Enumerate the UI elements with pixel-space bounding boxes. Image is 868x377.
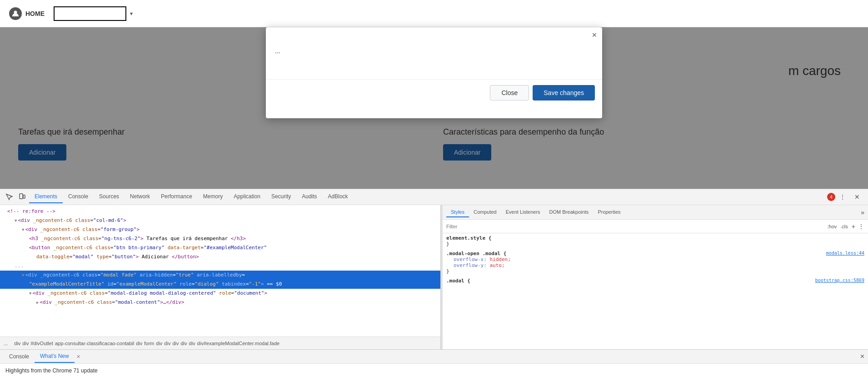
- tab-dom-breakpoints[interactable]: DOM Breakpoints: [545, 207, 594, 217]
- dom-line[interactable]: <button _ngcontent-c6 class="btn btn-pri…: [0, 243, 440, 252]
- dom-line-highlighted[interactable]: ▼<div _ngcontent-c6 class="modal fade" a…: [0, 271, 440, 280]
- style-close-brace: }: [446, 268, 449, 274]
- tab-computed[interactable]: Computed: [469, 207, 501, 217]
- tab-console[interactable]: Console: [63, 191, 94, 203]
- breadcrumb-div6[interactable]: div: [172, 341, 179, 346]
- tab-audits[interactable]: Audits: [296, 191, 322, 203]
- tab-event-listeners[interactable]: Event Listeners: [501, 207, 545, 217]
- breadcrumb-div4[interactable]: div: [156, 341, 162, 346]
- dom-line[interactable]: <!-- re:fore -->: [0, 207, 440, 216]
- breadcrumb-div3[interactable]: div: [136, 341, 142, 346]
- drawer-content: Highlights from the Chrome 71 update: [0, 363, 868, 377]
- breadcrumb-div7[interactable]: div: [180, 341, 187, 346]
- style-selector: .modal-open .modal {: [446, 251, 506, 256]
- top-nav: HOME ▾: [0, 0, 868, 27]
- search-input[interactable]: [54, 6, 126, 21]
- more-options-icon[interactable]: ⋮: [837, 191, 848, 202]
- dom-line[interactable]: ▼<div _ngcontent-c6 class="modal-dialog …: [0, 289, 440, 298]
- tab-sources[interactable]: Sources: [94, 191, 125, 203]
- tab-application[interactable]: Application: [228, 191, 266, 203]
- modal-overlay: × ... Close Save changes: [0, 27, 868, 189]
- drawer-whatsnew-close[interactable]: ✕: [76, 354, 80, 360]
- error-badge: 4: [827, 193, 835, 201]
- dom-content[interactable]: <!-- re:fore --> ▼<div _ngcontent-c6 cla…: [0, 205, 440, 337]
- devtools-panel: Elements Console Sources Network Perform…: [0, 189, 868, 377]
- style-rule-element: element.style { }: [446, 235, 864, 247]
- breadcrumb-modal[interactable]: div#exampleModalCenter.modal.fade: [197, 341, 280, 346]
- style-selector: element.style {: [446, 235, 491, 241]
- drawer-tab-console[interactable]: Console: [4, 351, 35, 362]
- dom-panel: <!-- re:fore --> ▼<div _ngcontent-c6 cla…: [0, 205, 441, 349]
- close-devtools-icon[interactable]: ✕: [852, 191, 863, 202]
- inspect-element-icon[interactable]: [4, 191, 15, 202]
- modal-close-button[interactable]: ×: [592, 31, 597, 39]
- dom-line[interactable]: ▼<div _ngcontent-c6 class="col-md-6">: [0, 216, 440, 225]
- device-toolbar-icon[interactable]: [16, 191, 27, 202]
- styles-filter-bar: :hov .cls + ⋮: [443, 220, 868, 233]
- styles-panel: Styles Computed Event Listeners DOM Brea…: [443, 205, 868, 349]
- add-style-icon[interactable]: +: [852, 223, 855, 230]
- main-page: HOME ▾ m cargos × ... Close Save changes: [0, 0, 868, 189]
- breadcrumb-separator: [10, 341, 12, 346]
- breadcrumb-form[interactable]: form: [144, 341, 154, 346]
- svg-rect-1: [20, 194, 23, 199]
- style-source-link[interactable]: bootstrap.css:5869: [815, 278, 864, 283]
- cls-toggle[interactable]: .cls: [840, 224, 848, 229]
- devtools-body: <!-- re:fore --> ▼<div _ngcontent-c6 cla…: [0, 205, 868, 349]
- close-button[interactable]: Close: [490, 85, 529, 101]
- tab-styles[interactable]: Styles: [446, 207, 469, 217]
- style-close-brace: }: [446, 241, 449, 247]
- more-tabs-icon[interactable]: »: [861, 209, 864, 216]
- tab-properties[interactable]: Properties: [593, 207, 625, 217]
- save-changes-button[interactable]: Save changes: [533, 85, 595, 101]
- dom-line[interactable]: data-toggle="modal" type="button"> Adici…: [0, 252, 440, 261]
- drawer: Console What's New ✕ × Highlights from t…: [0, 349, 868, 377]
- modal-header: ×: [266, 27, 602, 43]
- drawer-tab-whatsnew[interactable]: What's New: [35, 350, 75, 363]
- devtools-tab-right: 4 ⋮ ✕: [827, 191, 864, 202]
- dom-line[interactable]: ▼<div _ngcontent-c6 class="form-group">: [0, 225, 440, 234]
- more-style-options-icon[interactable]: ⋮: [858, 223, 864, 230]
- page-content: m cargos × ... Close Save changes Tarefa…: [0, 27, 868, 189]
- modal-dots: ...: [275, 47, 593, 55]
- breadcrumb-div8[interactable]: div: [189, 341, 195, 346]
- chevron-down-icon[interactable]: ▾: [130, 10, 133, 17]
- tab-performance[interactable]: Performance: [155, 191, 198, 203]
- breadcrumb-div1[interactable]: div: [14, 341, 20, 346]
- breadcrumb-div2[interactable]: div: [22, 341, 29, 346]
- tab-elements[interactable]: Elements: [29, 191, 63, 203]
- style-source-link[interactable]: modals.less:44: [826, 251, 864, 256]
- home-label: HOME: [25, 10, 45, 17]
- tab-security[interactable]: Security: [266, 191, 296, 203]
- drawer-content-text: Highlights from the Chrome 71 update: [5, 367, 98, 374]
- tab-memory[interactable]: Memory: [198, 191, 228, 203]
- style-selector: .modal {: [446, 278, 470, 284]
- style-rule-modal-open: .modal-open .modal { modals.less:44 over…: [446, 251, 864, 274]
- styles-tabs: Styles Computed Event Listeners DOM Brea…: [443, 205, 868, 220]
- svg-rect-2: [23, 195, 25, 198]
- breadcrumb-app[interactable]: app-consultar-classificacao-contabil: [55, 341, 134, 346]
- drawer-close-button[interactable]: ×: [860, 352, 864, 361]
- breadcrumb-divoutlet[interactable]: #divOutlet: [30, 341, 53, 346]
- style-val: auto;: [489, 262, 504, 268]
- breadcrumb-item[interactable]: ...: [4, 341, 8, 346]
- breadcrumb: ... div div #divOutlet app-consultar-cla…: [0, 337, 440, 349]
- hov-toggle[interactable]: :hov: [828, 224, 837, 229]
- dom-line[interactable]: ...: [0, 261, 440, 271]
- style-rule-modal: .modal { bootstrap.css:5869: [446, 278, 864, 284]
- drawer-tab-bar: Console What's New ✕ ×: [0, 350, 868, 363]
- dom-line[interactable]: <h3 _ngcontent-c6 class="ng-tns-c6-2"> T…: [0, 234, 440, 243]
- tab-adblock[interactable]: AdBlock: [323, 191, 354, 203]
- devtools-tabs: Elements Console Sources Network Perform…: [29, 191, 827, 203]
- styles-filter-input[interactable]: [446, 224, 828, 229]
- modal-body: ...: [266, 43, 602, 79]
- style-val: hidden;: [489, 256, 510, 262]
- styles-content: element.style { } .modal-open .modal { m…: [443, 233, 868, 349]
- modal-dialog: × ... Close Save changes: [266, 27, 602, 118]
- devtools-toolbar: Elements Console Sources Network Perform…: [0, 189, 868, 205]
- dom-line-highlighted-2[interactable]: "exampleModalCenterTitle" id="exampleMod…: [0, 280, 440, 289]
- dom-line[interactable]: ▶<div _ngcontent-c6 class="modal-content…: [0, 298, 440, 307]
- user-icon: [9, 7, 22, 20]
- tab-network[interactable]: Network: [125, 191, 155, 203]
- breadcrumb-div5[interactable]: div: [164, 341, 170, 346]
